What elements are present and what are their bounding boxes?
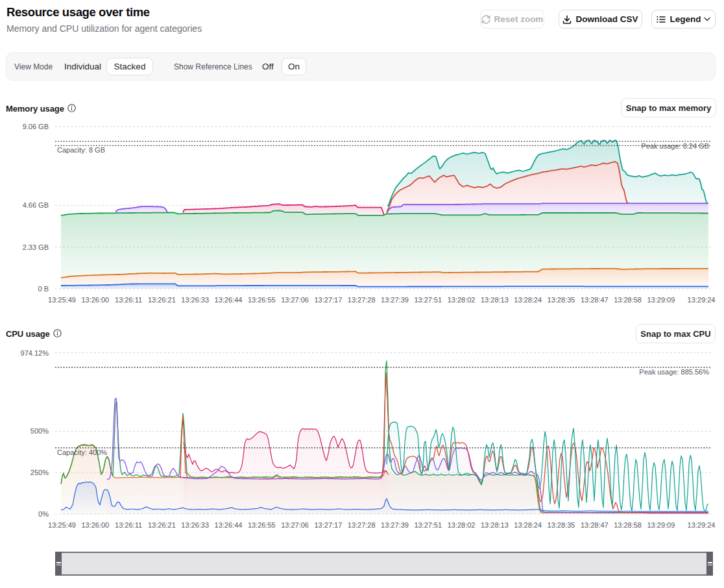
svg-text:9.06 GB: 9.06 GB — [23, 123, 49, 130]
svg-text:500%: 500% — [30, 427, 49, 435]
svg-text:13:26:55: 13:26:55 — [248, 296, 276, 304]
svg-text:13:26:21: 13:26:21 — [148, 521, 176, 529]
svg-text:13:26:55: 13:26:55 — [248, 521, 276, 529]
svg-text:250%: 250% — [30, 469, 49, 476]
svg-text:13:26:11: 13:26:11 — [115, 296, 142, 304]
svg-text:13:29:24: 13:29:24 — [688, 296, 716, 304]
svg-text:13:28:13: 13:28:13 — [481, 296, 509, 304]
svg-text:Peak usage: 885.56%: Peak usage: 885.56% — [639, 368, 709, 376]
svg-text:13:27:51: 13:27:51 — [414, 521, 442, 529]
svg-text:974.12%: 974.12% — [21, 349, 49, 357]
svg-text:13:27:06: 13:27:06 — [281, 521, 309, 529]
svg-text:13:29:24: 13:29:24 — [688, 521, 716, 529]
svg-text:13:28:02: 13:28:02 — [448, 521, 476, 529]
svg-text:13:25:49: 13:25:49 — [48, 296, 76, 304]
svg-text:13:28:24: 13:28:24 — [514, 521, 542, 529]
svg-text:13:29:09: 13:29:09 — [647, 521, 675, 529]
svg-text:13:27:17: 13:27:17 — [314, 521, 342, 529]
svg-text:13:26:33: 13:26:33 — [181, 521, 209, 529]
svg-text:13:26:44: 13:26:44 — [215, 296, 243, 304]
svg-text:13:26:00: 13:26:00 — [81, 296, 109, 304]
svg-text:13:28:02: 13:28:02 — [448, 296, 476, 304]
svg-text:13:26:21: 13:26:21 — [148, 296, 176, 304]
svg-text:13:26:33: 13:26:33 — [181, 296, 209, 304]
svg-text:Capacity: 400%: Capacity: 400% — [57, 448, 107, 456]
svg-text:13:27:17: 13:27:17 — [314, 296, 342, 304]
svg-text:13:26:44: 13:26:44 — [215, 521, 243, 529]
svg-text:13:28:35: 13:28:35 — [548, 521, 575, 529]
svg-text:13:28:47: 13:28:47 — [581, 296, 609, 304]
svg-text:13:27:28: 13:27:28 — [348, 521, 376, 529]
svg-text:4.66 GB: 4.66 GB — [23, 201, 49, 209]
svg-text:13:28:24: 13:28:24 — [514, 296, 542, 304]
svg-text:13:26:11: 13:26:11 — [115, 521, 142, 529]
svg-text:Capacity: 8 GB: Capacity: 8 GB — [57, 146, 105, 154]
svg-text:0 B: 0 B — [38, 285, 49, 293]
svg-text:13:28:35: 13:28:35 — [548, 296, 575, 304]
svg-text:13:29:09: 13:29:09 — [647, 296, 675, 304]
svg-text:13:27:51: 13:27:51 — [414, 296, 442, 304]
svg-text:13:28:58: 13:28:58 — [614, 296, 642, 304]
svg-text:13:28:58: 13:28:58 — [614, 521, 642, 529]
svg-text:Peak usage: 8.24 GB: Peak usage: 8.24 GB — [641, 142, 709, 150]
svg-text:13:27:39: 13:27:39 — [381, 521, 409, 529]
svg-text:13:26:00: 13:26:00 — [81, 521, 109, 529]
svg-text:2.33 GB: 2.33 GB — [23, 243, 49, 251]
svg-text:13:27:39: 13:27:39 — [381, 296, 409, 304]
svg-text:0%: 0% — [38, 510, 49, 518]
svg-text:13:27:28: 13:27:28 — [348, 296, 376, 304]
svg-text:13:27:06: 13:27:06 — [281, 296, 309, 304]
svg-text:13:28:13: 13:28:13 — [481, 521, 509, 529]
svg-text:13:28:47: 13:28:47 — [581, 521, 609, 529]
svg-text:13:25:49: 13:25:49 — [48, 521, 76, 529]
